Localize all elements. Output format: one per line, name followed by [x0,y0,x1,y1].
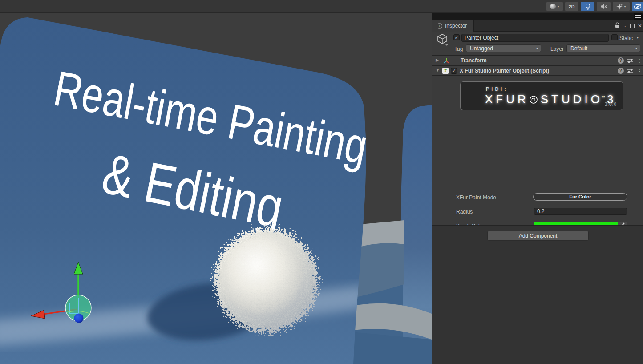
banner-tm: ™ [601,95,605,100]
inspector-lower-area: Add Component [432,225,643,364]
shaded-sphere-icon [550,4,556,9]
effects-button[interactable]: ▾ [613,2,630,11]
2d-toggle-button[interactable]: 2D [565,2,578,11]
scene-viewport[interactable]: Real-time Painting & Editing [0,13,432,364]
info-icon: i [437,23,442,29]
unity-editor-window: ▾ 2D ▾ [0,0,643,364]
kebab-menu-icon[interactable]: ⋮ [637,57,643,64]
banner-brand-prefix: PIDI: [486,86,508,92]
scene-toolbar: ▾ 2D ▾ [0,0,643,13]
script-title: X Fur Studio Painter Object (Script) [460,68,549,74]
script-enabled-checkbox[interactable]: ✓ [451,68,457,74]
tag-dropdown[interactable]: Untagged ▾ [466,44,541,52]
inspector-tab-title: Inspector [445,23,467,29]
layer-dropdown[interactable]: Default ▾ [566,44,640,52]
tag-label: Tag [454,46,463,52]
active-checkbox[interactable]: ✓ [453,34,460,40]
audio-mute-button[interactable] [597,2,611,11]
component-script-header[interactable]: ▼ # ✓ X Fur Studio Painter Object (Scrip… [432,65,643,76]
inspector-panel: i Inspector ⋮ × ✓ Painter Object [432,13,643,364]
static-checkbox[interactable] [611,34,618,40]
chevron-down-icon: ▾ [624,5,626,8]
xfur-studio-banner: PIDI: XFUR STUDIO ™ 3 3.0.0 [460,81,623,110]
xfur-logo-icon [529,95,538,104]
2d-label: 2D [568,4,574,9]
presets-icon[interactable] [627,68,633,74]
layer-label: Layer [550,46,564,52]
close-icon[interactable]: × [636,22,643,29]
maximize-icon[interactable] [629,22,636,29]
lightbulb-icon [585,3,591,10]
help-icon[interactable]: ? [618,68,624,74]
static-label: Static [619,35,633,41]
transform-title: Transform [461,57,487,64]
gizmos-visibility-button[interactable] [632,2,643,11]
lighting-toggle-button[interactable] [581,2,594,11]
chevron-down-icon: ▾ [536,47,538,50]
component-transform-header[interactable]: ▶ Transform ? ⋮ [432,55,643,65]
radius-label: Radius [456,209,473,215]
script-body: PIDI: XFUR STUDIO ™ 3 3.0.0 XFur Paint M… [432,76,643,225]
transform-icon [443,57,450,65]
cube-icon[interactable] [437,33,448,46]
gizmo-z-axis-ball[interactable] [74,314,84,323]
gameobject-header: ✓ Painter Object Static ▾ Tag Untagged ▾… [432,32,643,55]
foldout-closed-icon[interactable]: ▶ [436,58,439,62]
banner-word1: XFUR [485,93,529,106]
speaker-muted-icon [600,4,607,9]
kebab-menu-icon[interactable]: ⋮ [622,22,629,29]
eye-slash-icon [634,4,642,10]
foldout-open-icon[interactable]: ▼ [436,68,440,73]
chevron-down-icon: ▾ [635,47,637,50]
help-icon[interactable]: ? [618,57,624,64]
effects-sparkle-icon [616,4,623,10]
banner-version: 3.0.0 [605,102,617,107]
inspector-tab-bar: i Inspector ⋮ × [432,20,643,32]
script-icon: # [442,68,449,74]
chevron-down-icon: ▾ [557,5,559,8]
window-tab-strip [432,13,643,20]
banner-word2: STUDIO [541,93,603,106]
fur-sphere[interactable] [211,225,314,328]
kebab-menu-icon[interactable]: ⋮ [637,68,643,74]
tab-inspector[interactable]: i Inspector [432,20,474,32]
presets-icon[interactable] [627,58,633,64]
window-menu-icon[interactable] [634,13,643,20]
lock-icon[interactable] [614,22,621,29]
paint-mode-button[interactable]: Fur Color [533,193,627,201]
static-dropdown-icon[interactable]: ▾ [637,36,639,40]
render-mode-button[interactable]: ▾ [546,2,563,11]
radius-field[interactable]: 0.2 [534,208,627,215]
gameobject-name-field[interactable]: Painter Object [461,34,609,42]
paint-mode-label: XFur Paint Mode [456,194,496,201]
add-component-button[interactable]: Add Component [487,231,589,241]
